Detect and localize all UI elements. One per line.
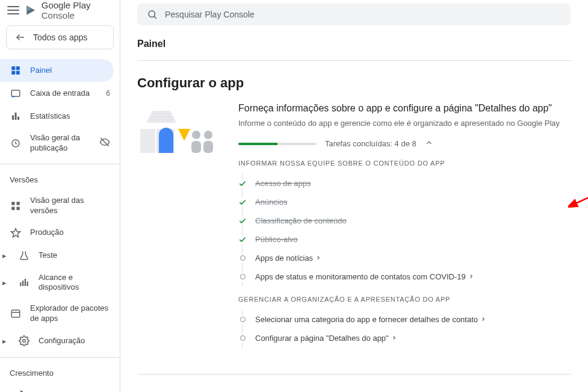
chevron-right-icon (391, 334, 397, 343)
circle-icon (238, 334, 247, 343)
task-item[interactable]: Anúncios (238, 193, 571, 211)
sidebar-dashboard-label: Painel (30, 66, 104, 76)
inbox-count-badge: 6 (106, 89, 110, 98)
sidebar-item-stats[interactable]: Estatísticas (0, 105, 120, 128)
svg-rect-14 (17, 202, 20, 205)
progress-bar (238, 143, 317, 145)
search-icon (147, 9, 158, 20)
svg-rect-34 (191, 141, 201, 153)
section-configure-heading: Configurar o app (137, 75, 571, 91)
reach-icon (18, 276, 30, 288)
svg-rect-15 (11, 207, 14, 210)
svg-line-25 (154, 16, 156, 18)
product-logo[interactable]: Google Play Console (25, 0, 113, 20)
task-item[interactable]: Público-alvo (238, 230, 571, 249)
svg-point-35 (204, 131, 212, 139)
task-item[interactable]: Classificação de conteúdo (238, 211, 571, 230)
all-apps-label: Todos os apps (33, 33, 87, 42)
task-item[interactable]: Configurar a página "Detalhes do app" (238, 329, 571, 347)
chevron-right-icon (480, 315, 486, 324)
task-label: Selecionar uma categoria do app e fornec… (255, 315, 486, 324)
task-item[interactable]: Apps de notícias (238, 249, 571, 267)
search-box[interactable] (137, 4, 571, 25)
collapse-icon[interactable] (425, 138, 433, 149)
dashboard-icon (10, 64, 22, 76)
sidebar-item-setup[interactable]: ▸ Configuração (0, 329, 120, 352)
gear-icon (18, 335, 30, 347)
sidebar-section-growth: Crescimento (0, 362, 120, 381)
bundle-icon (10, 308, 22, 320)
testing-icon (18, 250, 30, 262)
product-name: Google Play (42, 0, 91, 10)
task-label: Apps de notícias (255, 254, 321, 263)
svg-rect-19 (25, 279, 26, 286)
circle-icon (238, 316, 247, 324)
sidebar-publishing-label: Visão geral da publicação (30, 133, 91, 154)
play-console-icon (25, 4, 36, 17)
circle-icon (238, 273, 247, 281)
sidebar: Google Play Console Todos os apps Painel… (0, 0, 120, 392)
progress-text: Tarefas concluídas: 4 de 8 (325, 139, 416, 148)
svg-rect-10 (15, 113, 17, 120)
sidebar-item-dashboard[interactable]: Painel (0, 59, 114, 82)
task-label: Apps de status e monitoramento de contat… (255, 272, 474, 281)
sidebar-testing-label: Teste (39, 250, 110, 261)
releases-overview-icon (10, 200, 22, 212)
main-content: Painel Configurar o app Fo (120, 0, 588, 392)
chevron-right-icon: ▸ (2, 251, 8, 260)
svg-rect-36 (203, 141, 213, 153)
svg-rect-9 (12, 116, 14, 120)
task-label: Anúncios (255, 198, 287, 207)
task-label: Configurar a página "Detalhes do app" (255, 334, 397, 343)
stats-icon (10, 110, 22, 122)
arrow-left-icon (15, 32, 26, 43)
sidebar-item-publishing-overview[interactable]: Visão geral da publicação (0, 128, 120, 159)
inbox-icon (10, 87, 22, 99)
task-label: Público-alvo (255, 235, 298, 244)
chevron-right-icon (315, 254, 321, 263)
svg-rect-5 (11, 71, 15, 75)
svg-rect-18 (22, 281, 23, 286)
sidebar-item-store-presence[interactable]: ▸ Presença na loja (0, 384, 120, 392)
all-apps-button[interactable]: Todos os apps (6, 25, 114, 49)
sidebar-setup-label: Configuração (39, 336, 110, 346)
sidebar-item-testing[interactable]: ▸ Teste (0, 244, 120, 267)
svg-rect-16 (17, 207, 20, 210)
task-item[interactable]: Apps de status e monitoramento de contat… (238, 267, 571, 286)
chevron-right-icon (468, 272, 474, 281)
task-label: Acesso de apps (255, 179, 311, 188)
svg-rect-11 (17, 117, 19, 120)
task-item[interactable]: Acesso de apps (238, 174, 571, 193)
task-item[interactable]: Selecionar uma categoria do app e fornec… (238, 310, 571, 329)
sidebar-bundle-label: Explorador de pacotes de apps (30, 303, 110, 324)
sidebar-item-production[interactable]: Produção (0, 222, 120, 244)
menu-icon[interactable] (7, 3, 19, 17)
config-card-title: Forneça informações sobre o app e config… (238, 103, 571, 114)
svg-point-23 (23, 340, 26, 343)
circle-icon (238, 254, 247, 263)
task-label: Classificação de conteúdo (255, 216, 347, 225)
sidebar-section-versions: Versões (0, 169, 120, 188)
check-icon (238, 179, 247, 188)
sidebar-inbox-label: Caixa de entrada (30, 89, 97, 99)
sidebar-stats-label: Estatísticas (30, 111, 110, 122)
svg-rect-13 (11, 202, 14, 205)
sidebar-item-bundle-explorer[interactable]: Explorador de pacotes de apps (0, 298, 120, 329)
page-title: Painel (137, 39, 571, 60)
task-group-2-title: GERENCIAR A ORGANIZAÇÃO E A APRESENTAÇÃO… (238, 296, 571, 303)
publish-icon (10, 137, 22, 149)
config-card-subtitle: Informe o conteúdo do app e gerencie com… (238, 119, 571, 128)
check-icon (238, 198, 247, 207)
sidebar-item-reach[interactable]: ▸ Alcance e dispositivos (0, 267, 120, 299)
sidebar-item-releases-overview[interactable]: Visão geral das versões (0, 190, 120, 222)
check-icon (238, 235, 247, 244)
svg-rect-30 (140, 129, 155, 153)
svg-rect-21 (11, 310, 20, 317)
sidebar-item-inbox[interactable]: Caixa de entrada 6 (0, 82, 120, 105)
svg-rect-4 (16, 66, 20, 70)
task-group-1-title: INFORMAR NOSSA EQUIPE SOBRE O CONTEÚDO D… (238, 160, 571, 167)
product-suffix: Console (42, 10, 75, 20)
svg-point-24 (149, 11, 155, 17)
check-icon (238, 217, 247, 225)
search-input[interactable] (165, 10, 561, 19)
